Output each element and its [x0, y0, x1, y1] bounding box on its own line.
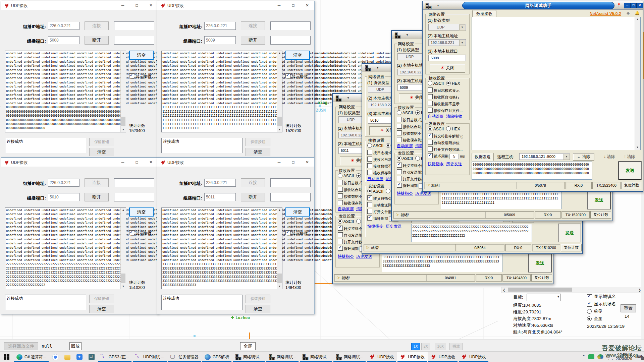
- show-receive-option[interactable]: 显示接收: [285, 73, 308, 79]
- minimize-button[interactable]: ─: [272, 1, 286, 10]
- recv-option-log[interactable]: 按日志模式显示: [428, 87, 460, 93]
- history-link[interactable]: 历史发送: [415, 191, 431, 196]
- send-data-input[interactable]: 0000000000000000000000000000000000000000…: [472, 162, 592, 180]
- send-option-filesource[interactable]: 打开文件数据源...: [428, 146, 463, 152]
- radio-icon[interactable]: [386, 143, 390, 148]
- checkbox-icon[interactable]: [587, 302, 592, 307]
- usb-icon[interactable]: ⎙: [606, 354, 610, 359]
- autoscroll-link[interactable]: 自动滚屏: [428, 114, 444, 119]
- checkbox-icon[interactable]: [367, 216, 372, 221]
- checkbox-icon[interactable]: [367, 157, 372, 162]
- send-button[interactable]: 发送: [529, 254, 551, 272]
- show-receive-option[interactable]: 显示接收: [129, 73, 151, 79]
- checkbox-icon[interactable]: [397, 163, 402, 168]
- taskbar-button-UDP接收[interactable]: UDP接收: [428, 352, 458, 362]
- scroll-down-icon[interactable]: ▼: [277, 284, 282, 289]
- checkbox-icon[interactable]: [428, 94, 433, 99]
- checkbox-icon[interactable]: [338, 193, 343, 198]
- status-message-box[interactable]: 连接成功: [161, 295, 243, 310]
- minimize-button[interactable]: ─: [624, 3, 630, 8]
- checkbox-icon[interactable]: [367, 195, 372, 200]
- radio-icon[interactable]: [397, 110, 401, 115]
- radio-icon[interactable]: [356, 173, 361, 178]
- clear-all-quick[interactable]: ↑ 清除: [624, 154, 635, 160]
- send-button[interactable]: 发送: [588, 191, 610, 209]
- maximize-button[interactable]: □: [286, 158, 300, 167]
- radio-icon[interactable]: [356, 219, 361, 224]
- replay-button[interactable]: 回放: [69, 342, 82, 350]
- taskbar-button-GPS3 (正...[interactable]: ˇ›GPS3 (正...: [98, 352, 132, 362]
- send-data-input[interactable]: 3333333333333333333333333333333333333333…: [382, 254, 502, 272]
- scroll-up-icon[interactable]: ▲: [121, 208, 126, 213]
- bell-icon[interactable]: 🔔: [635, 11, 640, 15]
- autoscroll-link[interactable]: 自动滚屏: [397, 143, 413, 148]
- autoscroll-link[interactable]: 自动滚屏: [338, 206, 354, 211]
- choose-replay-file-button[interactable]: 选择回放文件: [4, 342, 38, 350]
- checkbox-icon[interactable]: [367, 150, 372, 155]
- radio-icon[interactable]: [367, 189, 372, 193]
- start-button[interactable]: [0, 352, 13, 362]
- extra-field-1[interactable]: [114, 178, 154, 187]
- disconnect-button[interactable]: 断开: [241, 36, 265, 45]
- checkbox-icon[interactable]: [129, 230, 134, 235]
- tray-chevron-icon[interactable]: ⌃: [582, 354, 585, 359]
- extra-field-1[interactable]: [270, 178, 311, 187]
- window-titlebar[interactable]: ▣▣▣ ▼ 网络调试助手 📍 ─ □ ✕: [423, 1, 643, 10]
- radio-icon[interactable]: [428, 126, 432, 131]
- tray-app-icon[interactable]: [588, 354, 594, 359]
- taskbar-button-UDP接收[interactable]: UDP接收: [458, 352, 489, 362]
- connect-button[interactable]: 连接: [241, 21, 265, 30]
- keep-button[interactable]: 保留按钮: [89, 138, 114, 146]
- send-ascii-option[interactable]: ASCII HEX: [428, 126, 460, 131]
- checkbox-icon[interactable]: [587, 294, 592, 299]
- scroll-down-icon[interactable]: ▼: [635, 145, 640, 150]
- scroll-thumb[interactable]: [121, 117, 125, 126]
- checkbox-icon[interactable]: [428, 87, 433, 93]
- checkbox-icon[interactable]: [397, 183, 402, 188]
- receive-data-area[interactable]: undefined undefined undefined undefined …: [161, 207, 282, 289]
- extra-field-1[interactable]: [114, 21, 154, 30]
- chevron-down-icon[interactable]: ▼: [406, 34, 409, 37]
- map-hscrollbar[interactable]: ❮ ❯: [501, 287, 643, 293]
- show-receive-option[interactable]: 显示接收: [285, 230, 308, 236]
- close-button[interactable]: ✕: [144, 158, 158, 167]
- multicast-ip-input[interactable]: [204, 22, 236, 30]
- chevron-down-icon[interactable]: ▼: [376, 66, 379, 69]
- checkbox-icon[interactable]: [338, 200, 343, 205]
- fullscreen-button[interactable]: 全屏: [240, 342, 256, 350]
- tray-idm-icon[interactable]: [597, 354, 603, 359]
- checkbox-icon[interactable]: [428, 133, 433, 138]
- scroll-left-icon[interactable]: ❮: [501, 288, 507, 292]
- extra-field-1[interactable]: [270, 21, 311, 30]
- multicast-port-input[interactable]: [204, 36, 236, 44]
- clear-data-button[interactable]: 清空: [129, 207, 154, 217]
- keep-button[interactable]: 保留按钮: [89, 295, 114, 303]
- clear-status-button[interactable]: 清空: [246, 305, 270, 313]
- checkbox-icon[interactable]: [397, 137, 402, 142]
- disconnect-button[interactable]: 断开: [241, 193, 265, 201]
- data-scrollbar[interactable]: ▲ ▼: [277, 208, 282, 289]
- checkbox-icon[interactable]: [367, 170, 372, 175]
- taskbar-button-C# 运算符...[interactable]: C# 运算符...: [13, 352, 49, 362]
- checkbox-icon[interactable]: [397, 176, 402, 181]
- checkbox-icon[interactable]: [428, 140, 433, 145]
- checkbox-icon[interactable]: [285, 230, 290, 235]
- checkbox-icon[interactable]: [428, 101, 433, 106]
- clear-status-button[interactable]: 清空: [246, 148, 270, 156]
- receive-data-area[interactable]: undefined undefined undefined undefined …: [161, 51, 282, 132]
- recv-option-wrap[interactable]: 接收区自动换行: [428, 94, 460, 100]
- scroll-up-icon[interactable]: ▲: [635, 17, 640, 22]
- checkbox-icon[interactable]: [338, 246, 343, 251]
- radio-icon[interactable]: [415, 156, 420, 161]
- speed-button-10X[interactable]: 10X: [435, 343, 446, 350]
- pin-icon[interactable]: 📍: [616, 3, 621, 7]
- close-button[interactable]: ✕: [144, 1, 158, 10]
- window-titlebar[interactable]: UDP接收 ─ □ ✕: [157, 1, 314, 10]
- multicast-ip-input[interactable]: [48, 22, 79, 30]
- taskbar-button-calc[interactable]: ▤: [86, 352, 98, 362]
- show-airport-option[interactable]: 显示机场名: [587, 301, 616, 307]
- shortcut-link[interactable]: 快捷指令: [397, 191, 413, 196]
- remote-host-select[interactable]: 192.168.0.121 :5000▼: [519, 153, 570, 160]
- multicast-port-input[interactable]: [204, 193, 236, 201]
- window-titlebar[interactable]: UDP接收 ─ □ ✕: [157, 158, 314, 167]
